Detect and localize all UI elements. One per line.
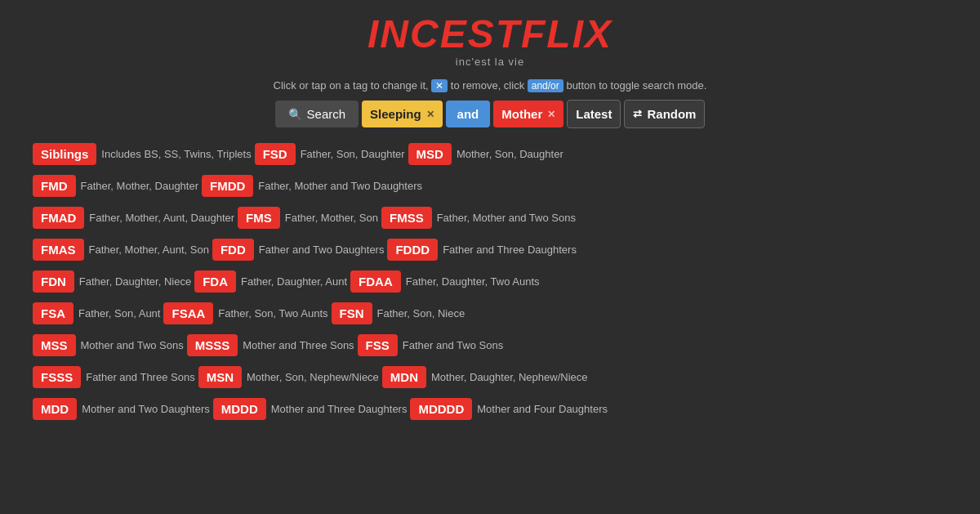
tag-code[interactable]: FSS xyxy=(358,334,398,356)
tag-label: Father, Mother and Two Daughters xyxy=(258,180,422,192)
tag-code[interactable]: FMD xyxy=(33,175,76,197)
tag-row: FSSSFather and Three SonsMSNMother, Son,… xyxy=(0,366,980,391)
tag-label: Father, Daughter, Niece xyxy=(79,275,191,288)
tag-label: Father, Daughter, Aunt xyxy=(241,275,347,288)
search-label: Search xyxy=(307,107,346,121)
tag-code[interactable]: FMS xyxy=(238,207,280,229)
tag-mother[interactable]: Mother ✕ xyxy=(493,101,564,127)
tag-item: FSSFather and Two Sons xyxy=(358,334,504,356)
tag-code[interactable]: MDN xyxy=(382,366,426,388)
tag-row: MDDMother and Two DaughtersMDDDMother an… xyxy=(0,398,980,423)
tag-item: FDAAFather, Daughter, Two Aunts xyxy=(350,270,539,293)
tag-row: FDNFather, Daughter, NieceFDAFather, Dau… xyxy=(0,270,980,296)
tag-label: Mother and Three Sons xyxy=(243,339,354,351)
tag-random[interactable]: ⇄ Random xyxy=(624,100,705,128)
tag-code[interactable]: MDD xyxy=(33,398,77,420)
tag-code[interactable]: MSSS xyxy=(187,334,238,356)
tag-label: Father, Daughter, Two Aunts xyxy=(406,275,540,288)
tag-row: FMASFather, Mother, Aunt, SonFDDFather a… xyxy=(0,239,980,264)
tag-item: FDDDFather and Three Daughters xyxy=(387,239,576,261)
tag-item: FDAFather, Daughter, Aunt xyxy=(194,270,347,293)
tag-code[interactable]: FMAS xyxy=(33,239,84,261)
tag-label: Father, Mother, Aunt, Son xyxy=(89,244,209,256)
tag-label: Mother, Daughter, Nephew/Niece xyxy=(431,371,588,383)
tag-latest[interactable]: Latest xyxy=(567,100,621,128)
andor-highlight: and/or xyxy=(528,79,564,92)
tag-item: MDDDDMother and Four Daughters xyxy=(410,398,608,420)
mother-label: Mother xyxy=(501,107,542,121)
tag-code[interactable]: FDD xyxy=(212,239,254,261)
tag-label: Father and Three Daughters xyxy=(443,244,577,256)
tag-label: Includes BS, SS, Twins, Triplets xyxy=(101,148,251,160)
tag-label: Mother, Son, Daughter xyxy=(457,148,564,160)
and-button[interactable]: and xyxy=(446,101,491,127)
tag-row: SiblingsIncludes BS, SS, Twins, Triplets… xyxy=(0,143,980,168)
tag-item: FDNFather, Daughter, Niece xyxy=(33,270,191,293)
tag-label: Father and Three Sons xyxy=(86,371,194,383)
tag-label: Mother, Son, Nephew/Niece xyxy=(247,371,379,383)
tag-item: FMDDFather, Mother and Two Daughters xyxy=(202,175,422,197)
tag-item: FMSSFather, Mother and Two Sons xyxy=(381,207,576,229)
tag-item: FMDFather, Mother, Daughter xyxy=(33,175,198,197)
tag-code[interactable]: FDAA xyxy=(350,270,401,293)
header: INCESTFLIX inc'est la vie Click or tap o… xyxy=(0,0,980,92)
search-icon: 🔍 xyxy=(288,108,302,121)
tag-code[interactable]: FDDD xyxy=(387,239,438,261)
tag-item: FSSSFather and Three Sons xyxy=(33,366,195,388)
tag-label: Mother and Two Sons xyxy=(81,339,184,351)
tag-code[interactable]: FSSS xyxy=(33,366,81,388)
tag-label: Father, Mother and Two Sons xyxy=(437,212,576,224)
mother-remove[interactable]: ✕ xyxy=(547,109,555,120)
search-button[interactable]: 🔍 Search xyxy=(275,101,359,127)
tag-item: FMASFather, Mother, Aunt, Son xyxy=(33,239,209,261)
tag-label: Father, Mother, Daughter xyxy=(81,180,199,192)
tag-label: Father, Son, Daughter xyxy=(301,148,405,160)
tag-item: MDDDMother and Three Daughters xyxy=(213,398,408,420)
tag-label: Mother and Four Daughters xyxy=(477,403,608,415)
tag-row: FSAFather, Son, AuntFSAAFather, Son, Two… xyxy=(0,302,980,328)
tag-code[interactable]: MSS xyxy=(33,334,76,356)
tag-label: Father, Mother, Aunt, Daughter xyxy=(89,212,234,224)
tag-item: FSAFather, Son, Aunt xyxy=(33,302,160,324)
tag-code[interactable]: MSN xyxy=(198,366,242,388)
tag-item: FSDFather, Son, Daughter xyxy=(255,143,405,165)
instruction-text: Click or tap on a tag to change it, ✕ to… xyxy=(0,79,980,92)
tag-item: MSSMother and Two Sons xyxy=(33,334,184,356)
tag-label: Father and Two Sons xyxy=(403,339,503,351)
tag-code[interactable]: MDDDD xyxy=(410,398,472,420)
tag-code[interactable]: MDDD xyxy=(213,398,266,420)
tag-code[interactable]: MSD xyxy=(408,143,452,165)
x-highlight: ✕ xyxy=(431,79,448,92)
tag-label: Mother and Two Daughters xyxy=(82,403,210,415)
tag-item: SiblingsIncludes BS, SS, Twins, Triplets xyxy=(33,143,252,165)
tag-item: MSDMother, Son, Daughter xyxy=(408,143,564,165)
tag-label: Mother and Three Daughters xyxy=(271,403,408,415)
tag-item: FMSFather, Mother, Son xyxy=(238,207,378,229)
tag-code[interactable]: FSAA xyxy=(163,302,213,324)
sleeping-remove[interactable]: ✕ xyxy=(426,109,434,120)
tag-label: Father, Son, Niece xyxy=(377,307,466,320)
tag-code[interactable]: FMSS xyxy=(381,207,432,229)
tag-label: Father, Mother, Son xyxy=(285,212,378,224)
tag-code[interactable]: FDN xyxy=(33,270,74,293)
tag-code[interactable]: FSA xyxy=(33,302,74,324)
tag-code[interactable]: FSN xyxy=(332,302,372,324)
tag-sleeping[interactable]: Sleeping ✕ xyxy=(362,101,443,127)
tag-label: Father, Son, Aunt xyxy=(78,307,160,320)
tag-code[interactable]: FDA xyxy=(194,270,236,293)
tag-item: MSNMother, Son, Nephew/Niece xyxy=(198,366,379,388)
tag-code[interactable]: FMAD xyxy=(33,207,84,229)
sleeping-label: Sleeping xyxy=(370,107,421,121)
tag-item: MDDMother and Two Daughters xyxy=(33,398,210,420)
tag-row: FMDFather, Mother, DaughterFMDDFather, M… xyxy=(0,175,980,200)
tag-code[interactable]: Siblings xyxy=(33,143,96,165)
tag-item: FSNFather, Son, Niece xyxy=(332,302,466,324)
tag-row: FMADFather, Mother, Aunt, DaughterFMSFat… xyxy=(0,207,980,232)
tag-item: MSSSMother and Three Sons xyxy=(187,334,354,356)
tag-code[interactable]: FMDD xyxy=(202,175,253,197)
tag-label: Father and Two Daughters xyxy=(259,244,385,256)
tag-item: MDNMother, Daughter, Nephew/Niece xyxy=(382,366,588,388)
tags-container: SiblingsIncludes BS, SS, Twins, Triplets… xyxy=(0,143,980,423)
tag-code[interactable]: FSD xyxy=(255,143,296,165)
logo-title: INCESTFLIX xyxy=(0,15,980,54)
